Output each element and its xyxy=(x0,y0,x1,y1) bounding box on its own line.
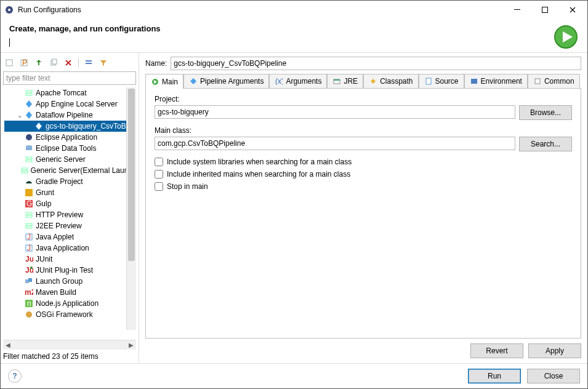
close-button[interactable] xyxy=(558,1,586,18)
tree-item[interactable]: Grunt xyxy=(4,187,136,198)
search-button[interactable]: Search... xyxy=(519,137,572,151)
tree-item[interactable]: JJava Application xyxy=(4,243,136,254)
tree-item[interactable]: JJava Applet xyxy=(4,231,136,243)
tree-item-label: Generic Server xyxy=(36,155,86,164)
revert-button[interactable]: Revert xyxy=(470,343,523,358)
tree-item[interactable]: Eclipse Application xyxy=(4,132,136,143)
tree-item[interactable]: JuJUnit Plug-in Test xyxy=(4,265,136,276)
name-input[interactable] xyxy=(171,57,581,70)
tree-item[interactable]: JuJUnit xyxy=(4,254,136,265)
new-prototype-button[interactable]: P xyxy=(18,57,30,69)
run-button[interactable]: Run xyxy=(468,369,521,383)
tree-item-label: gcs-to-bigquery_CsvToBQ xyxy=(46,122,132,130)
svg-rect-5 xyxy=(6,60,12,66)
tree-item[interactable]: m2Maven Build xyxy=(4,287,136,298)
tree-item[interactable]: App Engine Local Server xyxy=(4,98,136,110)
tree-item[interactable]: Apache Tomcat xyxy=(4,87,136,98)
tree-item[interactable]: Eclipse Data Tools xyxy=(4,143,136,154)
svg-rect-2 xyxy=(514,9,520,10)
tab-classpath[interactable]: Classpath xyxy=(363,74,418,88)
scroll-right-arrow[interactable]: ▶ xyxy=(126,340,136,350)
tree-item[interactable]: ⌄Dataflow Pipeline xyxy=(4,110,136,121)
run-configurations-dialog: Run Configurations Create, manage, and r… xyxy=(0,0,588,389)
server-icon xyxy=(24,221,34,231)
svg-text:G: G xyxy=(26,199,32,208)
scroll-left-arrow[interactable]: ◀ xyxy=(3,340,13,350)
tree-item[interactable]: HTTP Preview xyxy=(4,209,136,220)
tree-vertical-scrollbar[interactable] xyxy=(126,87,136,330)
tree-item[interactable]: nNode.js Application xyxy=(4,298,136,309)
svg-rect-44 xyxy=(334,79,340,81)
svg-rect-13 xyxy=(26,94,32,95)
tree-item[interactable]: Generic Server xyxy=(4,154,136,165)
duplicate-button[interactable] xyxy=(47,57,60,69)
tree-item[interactable]: GGulp xyxy=(4,198,136,209)
include-inherited-row[interactable]: Include inherited mains when searching f… xyxy=(155,170,572,178)
tree-item[interactable]: Gradle Project xyxy=(4,176,136,187)
svg-text:J: J xyxy=(27,244,31,252)
run-icon xyxy=(553,24,579,50)
maximize-button[interactable] xyxy=(531,1,558,18)
stop-in-main-row[interactable]: Stop in main xyxy=(155,182,572,191)
chevron-down-icon[interactable]: ⌄ xyxy=(15,112,24,119)
config-tree[interactable]: Apache TomcatApp Engine Local Server⌄Dat… xyxy=(3,87,136,320)
export-button[interactable] xyxy=(33,57,45,69)
filter-input[interactable] xyxy=(3,71,136,85)
tree-item-label: Dataflow Pipeline xyxy=(36,111,93,119)
tab-common[interactable]: Common xyxy=(528,74,580,88)
help-button[interactable]: ? xyxy=(8,369,22,383)
svg-point-34 xyxy=(30,267,33,269)
stop-in-main-checkbox[interactable] xyxy=(155,182,163,191)
java-icon: J xyxy=(24,232,34,242)
collapse-all-button[interactable] xyxy=(83,57,95,69)
grunt-icon xyxy=(24,188,34,198)
tab-bar: Main Pipeline Arguments (x)=Arguments JR… xyxy=(145,74,581,89)
browse-button[interactable]: Browse... xyxy=(519,105,572,120)
dialog-title: Create, manage, and run configurations xyxy=(9,24,553,33)
server-icon xyxy=(24,88,34,98)
svg-rect-3 xyxy=(542,7,547,13)
project-input[interactable] xyxy=(155,105,515,119)
tree-item[interactable]: J2EE Preview xyxy=(4,220,136,231)
text-caret xyxy=(9,38,10,47)
common-icon xyxy=(533,77,542,86)
svg-rect-47 xyxy=(535,79,540,84)
tab-main[interactable]: Main xyxy=(145,74,183,89)
tab-arguments[interactable]: (x)=Arguments xyxy=(269,74,327,88)
tab-source[interactable]: Source xyxy=(419,74,464,88)
app-icon xyxy=(4,5,14,15)
delete-button[interactable] xyxy=(62,57,75,69)
titlebar[interactable]: Run Configurations xyxy=(1,1,587,19)
dataflow-icon xyxy=(34,121,44,131)
tree-item-label: OSGi Framework xyxy=(36,310,93,319)
tree-item-label: Grunt xyxy=(36,188,54,197)
svg-text:J: J xyxy=(27,233,31,241)
tree-horizontal-scrollbar[interactable]: ◀ ▶ xyxy=(3,340,136,350)
name-label: Name: xyxy=(145,59,167,68)
window-title: Run Configurations xyxy=(18,6,503,14)
tree-item[interactable]: gcs-to-bigquery_CsvToBQ xyxy=(4,121,136,132)
node-icon: n xyxy=(24,299,34,308)
close-dialog-button[interactable]: Close xyxy=(527,369,580,383)
tab-environment[interactable]: Environment xyxy=(464,74,528,88)
filter-status: Filter matched 23 of 25 items xyxy=(3,350,136,361)
svg-point-14 xyxy=(26,134,32,140)
filter-button[interactable] xyxy=(97,57,110,69)
svg-point-1 xyxy=(8,9,10,11)
minimize-button[interactable] xyxy=(503,1,531,18)
include-system-libs-row[interactable]: Include system libraries when searching … xyxy=(155,158,572,166)
osgi-icon xyxy=(24,310,34,319)
new-config-button[interactable] xyxy=(3,57,15,69)
tree-item[interactable]: Generic Server(External Launch xyxy=(4,165,136,176)
tree-item[interactable]: OSGi Framework xyxy=(4,309,136,320)
tree-item-label: HTTP Preview xyxy=(36,211,83,219)
config-detail-pane: Name: Main Pipeline Arguments (x)=Argume… xyxy=(139,53,587,363)
tab-pipeline-arguments[interactable]: Pipeline Arguments xyxy=(183,74,269,88)
tree-item[interactable]: Launch Group xyxy=(4,276,136,287)
main-class-input[interactable] xyxy=(155,137,515,150)
gulp-icon: G xyxy=(24,199,34,209)
tab-jre[interactable]: JRE xyxy=(327,74,363,88)
include-system-libs-checkbox[interactable] xyxy=(155,158,163,166)
include-inherited-checkbox[interactable] xyxy=(155,170,163,178)
apply-button[interactable]: Apply xyxy=(528,343,581,358)
